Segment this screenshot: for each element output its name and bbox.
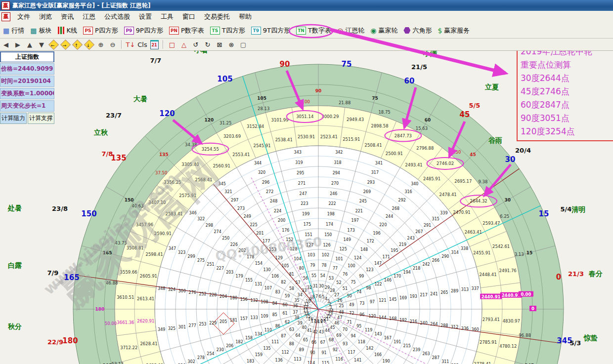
toolbar-button-p-table[interactable]: PNP数字表 bbox=[166, 25, 207, 36]
spiral-number: 296 bbox=[262, 180, 269, 185]
spiral-number: 203 bbox=[226, 270, 233, 275]
menu-item-5[interactable]: 设置 bbox=[134, 12, 156, 21]
spiral-number: 119 bbox=[365, 328, 372, 332]
price-outer: 3101.99 bbox=[271, 118, 288, 122]
tool-shift-right[interactable]: → bbox=[60, 40, 71, 49]
spiral-number: 320 bbox=[258, 170, 265, 175]
tool-step-up[interactable]: ▲ bbox=[24, 40, 35, 49]
spiral-number: 107 bbox=[264, 286, 272, 290]
menu-item-9[interactable]: 帮助 bbox=[234, 12, 256, 21]
toolbar-button-9t-square[interactable]: T99T四方形 bbox=[248, 25, 293, 36]
spiral-number: 89 bbox=[299, 348, 304, 352]
spiral-number: 220 bbox=[379, 223, 387, 227]
tool-zoom-out[interactable]: ⊖ bbox=[107, 40, 118, 49]
spiral-number: 112 bbox=[281, 350, 289, 355]
spiral-number: 315 bbox=[432, 217, 439, 221]
toolbar-button-winner-wheel[interactable]: ◉赢家轮 bbox=[367, 25, 400, 36]
spiral-number: 121 bbox=[379, 298, 386, 303]
spiral-number: 51 bbox=[343, 286, 348, 291]
outer-label-22/9: 22/9 bbox=[47, 338, 63, 346]
toolbar-button-9p-square[interactable]: P99P四方形 bbox=[121, 25, 166, 36]
tool-shift-down[interactable]: ↓ bbox=[84, 40, 94, 49]
spiral-number: 143 bbox=[374, 332, 382, 336]
menu-item-0[interactable]: 文件 bbox=[13, 12, 35, 21]
tool-calendar[interactable]: 21 bbox=[149, 40, 160, 49]
tool-rotate-cw[interactable]: ↻ bbox=[202, 40, 213, 49]
spiral-number: 135 bbox=[263, 346, 270, 351]
spiral-number: 130 bbox=[263, 268, 270, 272]
price-inner: 2785.91 bbox=[480, 340, 497, 345]
menu-item-4[interactable]: 公式选股 bbox=[100, 12, 134, 21]
tool-step-down[interactable]: ▼ bbox=[36, 40, 47, 49]
spiral-number: 196 bbox=[373, 231, 380, 236]
tool-nav-last[interactable]: ▶ bbox=[12, 40, 23, 49]
spiral-number: 80 bbox=[299, 266, 304, 271]
toolbar-button-t-square[interactable]: TST四方形 bbox=[207, 25, 248, 36]
price-outer: 2644.32 bbox=[470, 199, 487, 203]
tool-shift-up[interactable]: ↑ bbox=[72, 40, 83, 49]
spiral-number: 136 bbox=[275, 358, 283, 363]
toolbar-button-gann-wheel[interactable]: ◎江恩轮 bbox=[334, 25, 367, 36]
spiral-number: 166 bbox=[374, 353, 382, 357]
tool-shrink[interactable]: ⊗ bbox=[226, 40, 237, 49]
panel-row-0: 价格=2440.9099 bbox=[0, 63, 54, 75]
spiral-number: 168 bbox=[389, 317, 396, 321]
spiral-number: 126 bbox=[323, 243, 330, 247]
tool-draw-square[interactable]: □ bbox=[167, 40, 177, 49]
spiral-number: 7 bbox=[315, 294, 318, 299]
tool-zoom-in[interactable]: ⊕ bbox=[95, 40, 106, 49]
spiral-number: 264 bbox=[430, 322, 438, 326]
menu-item-6[interactable]: 工具 bbox=[156, 12, 178, 21]
price-outer: 3661.36 bbox=[117, 320, 134, 325]
toolbar-button-kline[interactable]: K线 bbox=[54, 25, 80, 36]
spiral-number: 295 bbox=[297, 171, 304, 175]
menu-item-1[interactable]: 浏览 bbox=[35, 12, 56, 21]
tool-draw-triangle[interactable]: △ bbox=[178, 40, 189, 49]
spiral-number: 225 bbox=[250, 223, 257, 227]
spiral-number: 83 bbox=[275, 290, 280, 294]
toolbar-button-quotes[interactable]: ▦行情 bbox=[0, 25, 27, 36]
spiral-number: 293 bbox=[367, 180, 375, 185]
outer-label-惊蛰: 惊蛰 bbox=[583, 334, 598, 342]
tool-shift-left[interactable]: ← bbox=[48, 40, 59, 49]
spiral-number: 29 bbox=[325, 285, 330, 290]
spiral-number: 170 bbox=[394, 274, 401, 279]
price-outer: 2847.73 bbox=[394, 133, 412, 138]
toolbar-button-hexagon[interactable]: 六角形 bbox=[400, 25, 435, 36]
spiral-number: 241 bbox=[430, 292, 438, 296]
toolbar-button-winner-service[interactable]: $赢家服务 bbox=[435, 25, 473, 36]
panel-button-1[interactable]: 计算支撑 bbox=[28, 113, 54, 124]
spiral-number: 179 bbox=[236, 274, 243, 279]
price-outer: 3152.84 bbox=[247, 124, 264, 129]
spiral-number: 52 bbox=[336, 281, 341, 285]
spiral-number: 267 bbox=[415, 230, 423, 234]
toolbar-button-p-square[interactable]: PSP四方形 bbox=[80, 25, 121, 36]
menu-item-7[interactable]: 窗口 bbox=[178, 12, 200, 21]
tool-cls[interactable]: Cls bbox=[137, 40, 148, 49]
spiral-number: 57 bbox=[296, 281, 301, 285]
tool-updown-marker[interactable]: T↓ bbox=[125, 40, 136, 49]
price-outer: 3000.29 bbox=[321, 114, 339, 119]
spiral-number: 344 bbox=[254, 161, 262, 165]
menu-item-3[interactable]: 江恩 bbox=[78, 12, 100, 21]
tool-delete-box[interactable]: ⊠ bbox=[214, 40, 225, 49]
spiral-number: 63 bbox=[289, 327, 294, 332]
tool-nav-first[interactable]: ◀ bbox=[0, 40, 11, 49]
toolbar-button-t-table[interactable]: TNT数字表 bbox=[293, 25, 334, 36]
outer-label-0: 0 bbox=[556, 273, 561, 282]
price-outer: 2898.58 bbox=[371, 123, 388, 128]
toolbar-button-sectors[interactable]: ▩板块 bbox=[27, 25, 54, 36]
outer-label-30: 30 bbox=[505, 155, 516, 164]
stock-name: 上证指数 bbox=[0, 51, 54, 62]
menu-item-2[interactable]: 资讯 bbox=[56, 12, 78, 21]
tool-select-marquee[interactable]: ▢ bbox=[238, 40, 249, 49]
spiral-number: 74 bbox=[356, 290, 361, 294]
menu-item-8[interactable]: 交易委托 bbox=[200, 12, 234, 21]
spiral-number: 292 bbox=[398, 198, 406, 202]
price-outer: 2949.43 bbox=[347, 117, 364, 122]
quotes-icon: ▦ bbox=[3, 27, 9, 35]
spiral-number: 287 bbox=[432, 356, 439, 360]
panel-button-0[interactable]: 计算阻力 bbox=[0, 113, 27, 124]
price-outer: 2796.88 bbox=[416, 146, 434, 151]
tool-rotate-ccw[interactable]: ↺ bbox=[190, 40, 201, 49]
